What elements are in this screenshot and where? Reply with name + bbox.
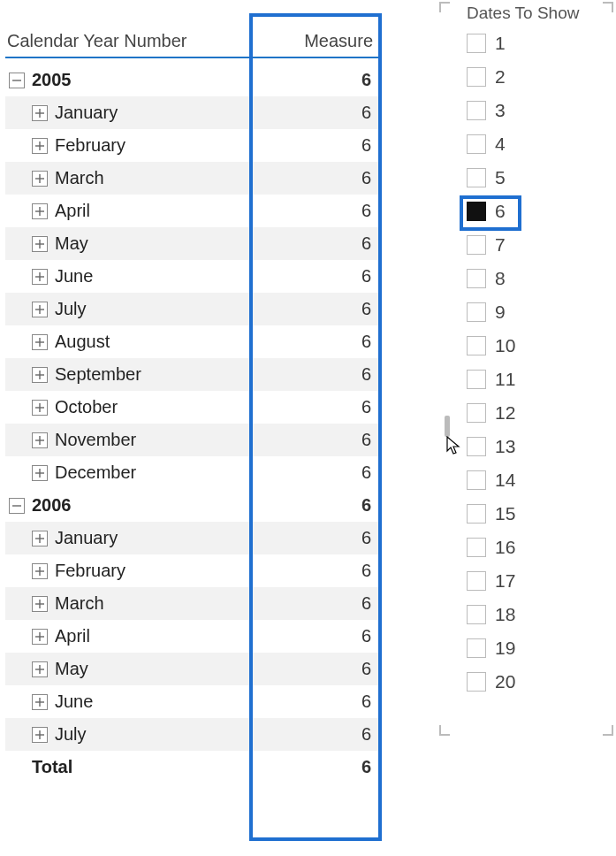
slicer-item[interactable]: 13	[467, 430, 610, 463]
slicer-checkbox[interactable]	[467, 134, 486, 154]
expand-icon[interactable]	[32, 629, 48, 645]
matrix-row-value: 6	[288, 757, 378, 777]
expand-icon[interactable]	[32, 302, 48, 317]
slicer-item[interactable]: 5	[467, 161, 610, 195]
matrix-row[interactable]: June6	[5, 685, 378, 718]
expand-icon[interactable]	[32, 367, 48, 383]
expand-icon[interactable]	[32, 269, 48, 285]
matrix-row-value: 6	[288, 168, 378, 188]
slicer-checkbox[interactable]	[467, 638, 486, 658]
slicer-item[interactable]: 3	[467, 94, 610, 127]
expand-icon[interactable]	[32, 171, 48, 187]
expand-icon[interactable]	[32, 596, 48, 612]
slicer-checkbox[interactable]	[467, 302, 486, 322]
matrix-row[interactable]: June6	[5, 260, 378, 293]
slicer-item[interactable]: 11	[467, 363, 610, 396]
matrix-row-label: March	[55, 593, 104, 614]
slicer-checkbox[interactable]	[467, 34, 486, 53]
matrix-row[interactable]: January6	[5, 522, 378, 554]
matrix-row[interactable]: October6	[5, 391, 378, 424]
matrix-row[interactable]: May6	[5, 653, 378, 685]
slicer-item[interactable]: 10	[467, 329, 610, 363]
expand-icon[interactable]	[32, 432, 48, 448]
slicer-checkbox[interactable]	[467, 235, 486, 255]
slicer-item-label: 14	[495, 470, 515, 491]
slicer-item[interactable]: 14	[467, 463, 610, 497]
slicer-checkbox[interactable]	[467, 336, 486, 355]
slicer-item[interactable]: 1	[467, 27, 610, 60]
slicer-item-label: 11	[495, 369, 515, 390]
matrix-row[interactable]: July6	[5, 293, 378, 325]
expand-icon[interactable]	[32, 400, 48, 416]
slicer-item[interactable]: 8	[467, 262, 610, 295]
slicer-checkbox[interactable]	[467, 269, 486, 288]
matrix-row[interactable]: 20056	[5, 64, 378, 96]
matrix-visual[interactable]: Calendar Year Number Measure 20056Januar…	[5, 18, 378, 783]
slicer-item[interactable]: 20	[467, 665, 610, 699]
slicer-item[interactable]: 12	[467, 396, 610, 430]
matrix-row[interactable]: February6	[5, 554, 378, 587]
slicer-item[interactable]: 4	[467, 127, 610, 161]
scrollbar-thumb[interactable]	[445, 416, 450, 437]
slicer-visual[interactable]: Dates To Show 12345678910111213141516171…	[442, 4, 610, 699]
visual-corner-icon	[603, 2, 613, 12]
slicer-item[interactable]: 16	[467, 531, 610, 564]
matrix-row[interactable]: January6	[5, 96, 378, 129]
slicer-checkbox[interactable]	[467, 202, 486, 221]
expand-icon[interactable]	[32, 563, 48, 579]
slicer-checkbox[interactable]	[467, 470, 486, 490]
slicer-checkbox[interactable]	[467, 672, 486, 692]
matrix-row[interactable]: November6	[5, 424, 378, 456]
expand-icon[interactable]	[32, 694, 48, 710]
matrix-row[interactable]: 20066	[5, 489, 378, 522]
expand-icon[interactable]	[32, 465, 48, 481]
slicer-checkbox[interactable]	[467, 168, 486, 187]
matrix-row[interactable]: April6	[5, 195, 378, 227]
slicer-checkbox[interactable]	[467, 101, 486, 120]
slicer-item[interactable]: 18	[467, 598, 610, 631]
matrix-row[interactable]: August6	[5, 325, 378, 358]
slicer-item[interactable]: 6	[467, 195, 610, 228]
expand-icon[interactable]	[32, 661, 48, 677]
matrix-row[interactable]: May6	[5, 227, 378, 260]
slicer-item[interactable]: 2	[467, 60, 610, 94]
slicer-checkbox[interactable]	[467, 370, 486, 389]
slicer-item-label: 12	[495, 402, 515, 424]
expand-icon[interactable]	[32, 105, 48, 121]
slicer-checkbox[interactable]	[467, 437, 486, 456]
slicer-checkbox[interactable]	[467, 67, 486, 87]
expand-icon[interactable]	[32, 203, 48, 219]
slicer-item[interactable]: 7	[467, 228, 610, 262]
matrix-row[interactable]: December6	[5, 456, 378, 489]
matrix-row[interactable]: April6	[5, 620, 378, 653]
slicer-item-label: 8	[495, 268, 506, 289]
matrix-total-row[interactable]: Total6	[5, 751, 378, 783]
matrix-header-measure[interactable]: Measure	[265, 27, 378, 57]
matrix-row-label: February	[55, 135, 125, 156]
expand-icon[interactable]	[32, 236, 48, 252]
slicer-checkbox[interactable]	[467, 571, 486, 591]
expand-icon[interactable]	[32, 138, 48, 154]
matrix-row[interactable]: February6	[5, 129, 378, 162]
matrix-row-value: 6	[288, 201, 378, 221]
matrix-row[interactable]: March6	[5, 162, 378, 195]
matrix-header-rowlabel[interactable]: Calendar Year Number	[5, 27, 265, 57]
matrix-row[interactable]: September6	[5, 358, 378, 391]
slicer-item[interactable]: 9	[467, 295, 610, 329]
matrix-row[interactable]: July6	[5, 718, 378, 751]
slicer-item[interactable]: 15	[467, 497, 610, 531]
matrix-row-label: November	[55, 430, 136, 450]
slicer-item[interactable]: 19	[467, 631, 610, 665]
expand-icon[interactable]	[32, 334, 48, 350]
slicer-title: Dates To Show	[442, 4, 610, 23]
collapse-icon[interactable]	[9, 498, 25, 514]
slicer-checkbox[interactable]	[467, 605, 486, 624]
slicer-checkbox[interactable]	[467, 538, 486, 557]
matrix-row[interactable]: March6	[5, 587, 378, 620]
expand-icon[interactable]	[32, 727, 48, 743]
expand-icon[interactable]	[32, 531, 48, 546]
slicer-item[interactable]: 17	[467, 564, 610, 598]
slicer-checkbox[interactable]	[467, 403, 486, 423]
collapse-icon[interactable]	[9, 73, 25, 88]
slicer-checkbox[interactable]	[467, 504, 486, 524]
